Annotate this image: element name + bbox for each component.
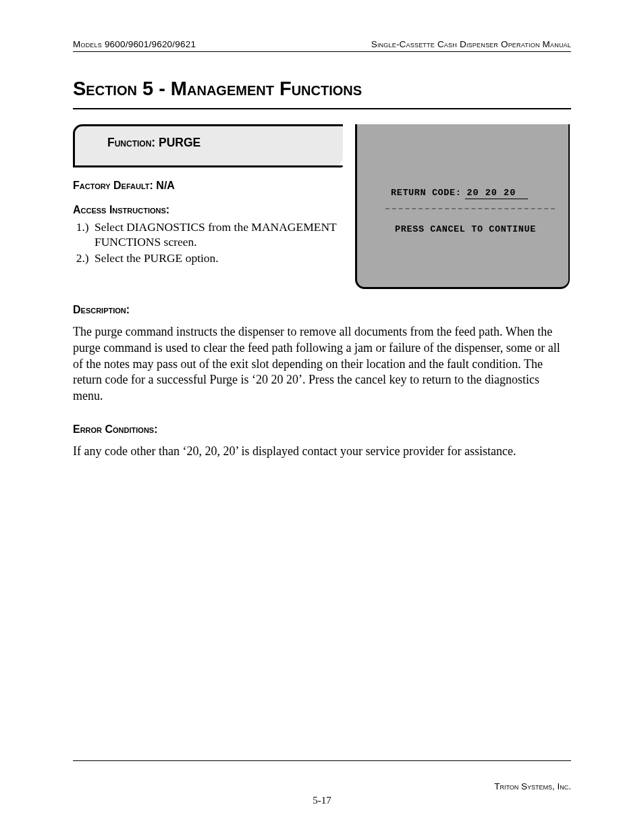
running-header: Models 9600/9601/9620/9621 Single-Casset… [73, 39, 571, 52]
footer-company: Triton Systems, Inc. [494, 781, 571, 791]
page-number: 5-17 [313, 795, 331, 806]
function-name: PURGE [159, 136, 200, 149]
factory-default: Factory Default: N/A [73, 180, 343, 192]
footer-rule [73, 760, 571, 761]
factory-default-label: Factory Default: [73, 180, 156, 191]
error-conditions-label: Error Conditions: [73, 423, 571, 436]
continue-prompt: PRESS CANCEL TO CONTINUE [377, 224, 554, 234]
right-column: RETURN CODE: 20 20 20 PRESS CANCEL TO CO… [355, 124, 571, 289]
access-steps: Select DIAGNOSTICS from the MANAGEMENT F… [73, 220, 343, 266]
section-title: Section 5 - Management Functions [73, 78, 571, 109]
description-label: Description: [73, 304, 571, 316]
left-column: Function: PURGE Factory Default: N/A Acc… [73, 124, 350, 289]
footer: Triton Systems, Inc. 5-17 [73, 766, 571, 802]
list-item: Select DIAGNOSTICS from the MANAGEMENT F… [92, 220, 343, 250]
description-text: The purge command instructs the dispense… [73, 324, 571, 405]
return-code-label: RETURN CODE: [391, 188, 461, 198]
access-instructions-label: Access Instructions: [73, 204, 343, 216]
list-item: Select the PURGE option. [92, 251, 343, 266]
function-label: Function: [107, 136, 159, 149]
page: Models 9600/9601/9620/9621 Single-Casset… [0, 0, 644, 834]
divider-dashed [385, 208, 555, 209]
error-conditions-text: If any code other than ‘20, 20, 20’ is d… [73, 444, 571, 460]
header-right: Single-Cassette Cash Dispenser Operation… [371, 39, 571, 49]
factory-default-value: N/A [156, 180, 175, 191]
device-screen-inner: RETURN CODE: 20 20 20 PRESS CANCEL TO CO… [377, 124, 554, 287]
function-box: Function: PURGE [73, 124, 343, 167]
function-tab: Function: PURGE [73, 124, 343, 167]
header-left: Models 9600/9601/9620/9621 [73, 39, 196, 49]
device-screen: RETURN CODE: 20 20 20 PRESS CANCEL TO CO… [355, 124, 570, 289]
return-code-value: 20 20 20 [465, 188, 528, 199]
content-row: Function: PURGE Factory Default: N/A Acc… [73, 124, 571, 289]
return-code-line: RETURN CODE: 20 20 20 [391, 188, 549, 199]
